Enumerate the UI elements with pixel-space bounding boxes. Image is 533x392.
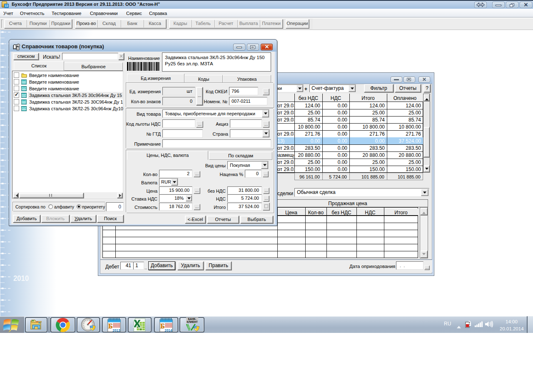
svg-text:КЛИЕНТ: КЛИЕНТ: [187, 320, 197, 323]
svg-text:БАНК-: БАНК-: [188, 317, 197, 320]
svg-text:2014: 2014: [164, 328, 172, 332]
svg-text:Б: Б: [160, 322, 165, 330]
svg-text:Б: Б: [108, 322, 113, 330]
svg-text:2013: 2013: [112, 328, 120, 332]
